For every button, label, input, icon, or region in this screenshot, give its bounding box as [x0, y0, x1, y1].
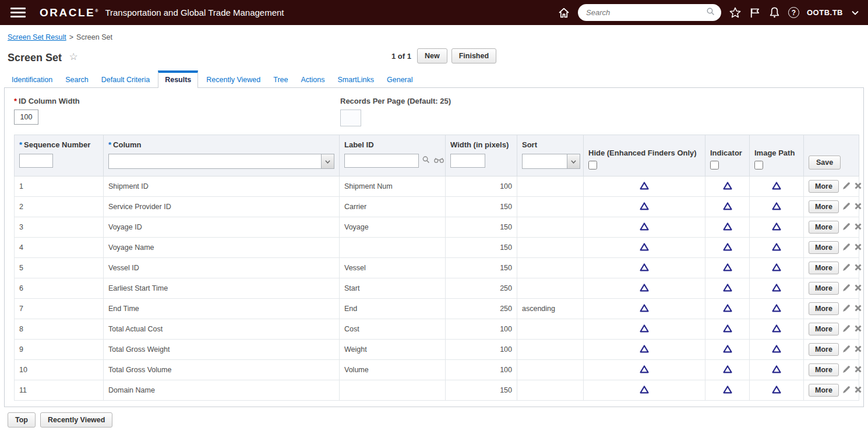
- indicator-all-checkbox[interactable]: [710, 161, 719, 169]
- indicator-triangle-icon[interactable]: [722, 225, 733, 233]
- hide-triangle-icon[interactable]: [639, 266, 650, 274]
- favorite-star-icon[interactable]: ☆: [69, 51, 78, 62]
- indicator-triangle-icon[interactable]: [722, 347, 733, 355]
- indicator-triangle-icon[interactable]: [722, 327, 733, 335]
- edit-pencil-icon[interactable]: [842, 242, 851, 253]
- chevron-down-icon[interactable]: [851, 8, 860, 17]
- image-path-triangle-icon[interactable]: [771, 184, 782, 192]
- image-path-triangle-icon[interactable]: [771, 204, 782, 213]
- sequence-number-filter-input[interactable]: [19, 154, 53, 168]
- delete-x-icon[interactable]: [854, 284, 862, 294]
- delete-x-icon[interactable]: [854, 243, 862, 253]
- delete-x-icon[interactable]: [854, 386, 862, 395]
- more-button[interactable]: More: [809, 384, 839, 397]
- edit-pencil-icon[interactable]: [842, 222, 851, 233]
- hide-triangle-icon[interactable]: [639, 204, 650, 213]
- hide-all-checkbox[interactable]: [588, 161, 597, 169]
- image-path-triangle-icon[interactable]: [771, 368, 782, 376]
- more-button[interactable]: More: [809, 343, 839, 356]
- sort-select[interactable]: [522, 154, 580, 169]
- hide-triangle-icon[interactable]: [639, 327, 650, 335]
- tab-identification[interactable]: Identification: [7, 72, 57, 87]
- indicator-triangle-icon[interactable]: [722, 204, 733, 213]
- image-path-triangle-icon[interactable]: [771, 347, 782, 355]
- more-button[interactable]: More: [809, 200, 839, 213]
- tab-results[interactable]: Results: [158, 70, 198, 88]
- width-filter-input[interactable]: [450, 154, 485, 168]
- edit-pencil-icon[interactable]: [842, 385, 851, 396]
- indicator-triangle-icon[interactable]: [722, 388, 733, 396]
- top-button[interactable]: Top: [8, 412, 36, 428]
- finished-button[interactable]: Finished: [451, 48, 496, 63]
- delete-x-icon[interactable]: [854, 202, 862, 212]
- hide-triangle-icon[interactable]: [639, 286, 650, 294]
- indicator-triangle-icon[interactable]: [722, 306, 733, 315]
- edit-pencil-icon[interactable]: [842, 365, 851, 376]
- indicator-triangle-icon[interactable]: [722, 266, 733, 274]
- image-path-triangle-icon[interactable]: [771, 388, 782, 396]
- hide-triangle-icon[interactable]: [639, 245, 650, 253]
- search-icon[interactable]: [422, 156, 431, 166]
- search-icon[interactable]: [706, 7, 715, 19]
- hide-triangle-icon[interactable]: [639, 388, 650, 396]
- flag-icon[interactable]: [749, 7, 761, 19]
- save-button[interactable]: Save: [809, 156, 841, 169]
- more-button[interactable]: More: [809, 241, 839, 254]
- column-select[interactable]: [108, 154, 334, 169]
- indicator-triangle-icon[interactable]: [722, 286, 733, 294]
- delete-x-icon[interactable]: [854, 345, 862, 355]
- delete-x-icon[interactable]: [854, 324, 862, 334]
- delete-x-icon[interactable]: [854, 182, 862, 192]
- delete-x-icon[interactable]: [854, 304, 862, 314]
- delete-x-icon[interactable]: [854, 263, 862, 273]
- tab-actions[interactable]: Actions: [296, 72, 329, 87]
- indicator-triangle-icon[interactable]: [722, 245, 733, 253]
- hamburger-menu-icon[interactable]: [10, 8, 26, 17]
- delete-x-icon[interactable]: [854, 365, 862, 375]
- edit-pencil-icon[interactable]: [842, 283, 851, 294]
- home-icon[interactable]: [558, 6, 570, 19]
- favorites-star-icon[interactable]: [729, 6, 742, 19]
- indicator-triangle-icon[interactable]: [722, 368, 733, 376]
- image-path-triangle-icon[interactable]: [771, 266, 782, 274]
- tab-tree[interactable]: Tree: [269, 72, 292, 87]
- image-path-triangle-icon[interactable]: [771, 286, 782, 294]
- records-per-page-input[interactable]: [340, 110, 361, 126]
- global-search[interactable]: [578, 4, 721, 21]
- more-button[interactable]: More: [809, 221, 839, 234]
- indicator-triangle-icon[interactable]: [722, 184, 733, 192]
- new-button[interactable]: New: [417, 48, 447, 63]
- finder-binoculars-icon[interactable]: [433, 156, 444, 166]
- edit-pencil-icon[interactable]: [842, 263, 851, 274]
- hide-triangle-icon[interactable]: [639, 306, 650, 315]
- hide-triangle-icon[interactable]: [639, 347, 650, 355]
- image-path-triangle-icon[interactable]: [771, 306, 782, 315]
- edit-pencil-icon[interactable]: [842, 344, 851, 355]
- breadcrumb-link-screen-set-result[interactable]: Screen Set Result: [8, 33, 66, 41]
- help-icon[interactable]: ?: [788, 7, 799, 18]
- more-button[interactable]: More: [809, 180, 839, 193]
- image-path-triangle-icon[interactable]: [771, 245, 782, 253]
- hide-triangle-icon[interactable]: [639, 225, 650, 233]
- id-column-width-input[interactable]: [14, 110, 38, 125]
- more-button[interactable]: More: [809, 262, 839, 274]
- edit-pencil-icon[interactable]: [842, 181, 851, 192]
- tab-default-criteria[interactable]: Default Criteria: [97, 72, 154, 87]
- tab-recently-viewed[interactable]: Recently Viewed: [202, 72, 265, 87]
- more-button[interactable]: More: [809, 282, 839, 295]
- recently-viewed-button[interactable]: Recently Viewed: [40, 412, 112, 428]
- more-button[interactable]: More: [809, 363, 839, 376]
- hide-triangle-icon[interactable]: [639, 184, 650, 192]
- tab-smartlinks[interactable]: SmartLinks: [333, 72, 379, 87]
- search-input[interactable]: [586, 8, 706, 17]
- edit-pencil-icon[interactable]: [842, 303, 851, 315]
- notifications-bell-icon[interactable]: [768, 6, 781, 19]
- more-button[interactable]: More: [809, 323, 839, 335]
- edit-pencil-icon[interactable]: [842, 202, 851, 213]
- edit-pencil-icon[interactable]: [842, 324, 851, 335]
- delete-x-icon[interactable]: [854, 222, 862, 232]
- more-button[interactable]: More: [809, 302, 839, 315]
- image-path-triangle-icon[interactable]: [771, 327, 782, 335]
- tab-general[interactable]: General: [382, 72, 417, 87]
- tab-search[interactable]: Search: [61, 72, 93, 87]
